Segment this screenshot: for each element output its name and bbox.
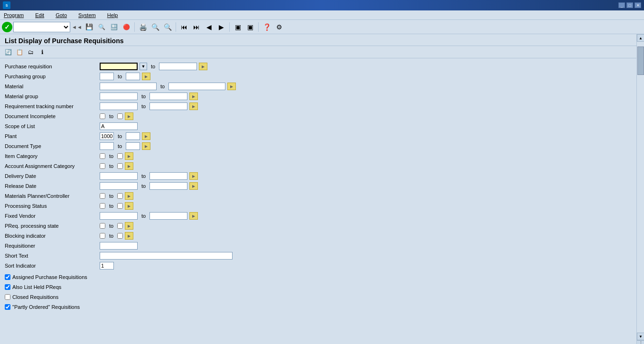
item-category-from-check[interactable] (100, 153, 105, 159)
close-button[interactable]: ✕ (635, 2, 641, 8)
scroll-up-button[interactable]: ▲ (637, 34, 644, 42)
preq-processing-from-check[interactable] (100, 223, 105, 229)
window2-button[interactable]: ▣ (244, 21, 256, 33)
menu-help[interactable]: Help (105, 11, 120, 19)
layout-button[interactable]: 📋 (14, 47, 25, 57)
execute-button[interactable]: ✓ (2, 22, 12, 32)
purchasing-group-to[interactable] (126, 73, 140, 80)
preq-processing-lookup[interactable] (125, 222, 133, 230)
menu-program[interactable]: Program (2, 11, 26, 19)
purchasing-group-from[interactable] (100, 73, 114, 80)
purchase-requisition-to[interactable] (159, 63, 197, 70)
maximize-button[interactable]: □ (626, 2, 633, 8)
also-list-checkbox[interactable] (5, 284, 10, 290)
content-wrapper: List Display of Purchase Requisitions 🔄 … (0, 34, 644, 344)
checkbox-closed-row: Closed Requisitions (5, 293, 632, 301)
find-button[interactable]: 🔍 (96, 21, 107, 33)
material-lookup[interactable] (227, 83, 236, 90)
materials-planner-from-check[interactable] (100, 193, 105, 199)
delivery-date-from[interactable] (100, 172, 138, 180)
purchase-requisition-dropdown[interactable]: ▼ (140, 63, 147, 70)
back-button[interactable]: 🔙 (108, 21, 120, 33)
document-type-lookup[interactable] (142, 142, 150, 150)
release-date-from[interactable] (100, 182, 138, 190)
plant-lookup[interactable] (142, 132, 150, 140)
material-group-from[interactable] (100, 93, 138, 100)
material-group-lookup[interactable] (189, 93, 198, 100)
nav4-button[interactable]: ▶ (215, 21, 227, 33)
material-from[interactable] (100, 83, 157, 90)
short-text-input[interactable] (100, 252, 233, 260)
purchase-requisition-from[interactable] (100, 63, 138, 70)
document-incomplete-to-check[interactable] (117, 113, 123, 119)
document-type-to[interactable] (126, 142, 140, 150)
purchase-requisition-lookup[interactable] (199, 63, 207, 70)
closed-requisitions-checkbox[interactable] (5, 294, 10, 300)
account-assignment-lookup[interactable] (125, 162, 133, 170)
partly-ordered-checkbox[interactable] (5, 304, 10, 310)
delivery-date-to[interactable] (149, 172, 187, 180)
forward-button[interactable]: 🔴 (121, 21, 132, 33)
material-group-to[interactable] (149, 93, 187, 100)
requirement-tracking-from[interactable] (100, 102, 138, 110)
purchasing-group-lookup[interactable] (142, 73, 150, 80)
scroll-resize-handle[interactable]: ⋮ (637, 340, 644, 344)
blocking-indicator-lookup[interactable] (125, 232, 133, 240)
save-button[interactable]: 💾 (84, 21, 95, 33)
plant-fields: to (100, 132, 632, 140)
document-incomplete-lookup[interactable] (125, 112, 133, 120)
blocking-indicator-from-check[interactable] (100, 233, 105, 239)
print-button[interactable]: 🖨️ (137, 21, 149, 33)
find3-button[interactable]: 🔍 (162, 21, 173, 33)
minimize-button[interactable]: _ (618, 2, 625, 8)
item-category-lookup[interactable] (125, 152, 133, 160)
document-incomplete-from-check[interactable] (100, 113, 105, 119)
assigned-purchase-checkbox[interactable] (5, 274, 10, 280)
find2-button[interactable]: 🔍 (149, 21, 161, 33)
item-category-to-check[interactable] (117, 153, 123, 159)
menu-system[interactable]: System (76, 11, 98, 19)
column-button[interactable]: 🗂 (26, 47, 36, 57)
requisitioner-input[interactable] (100, 242, 138, 250)
plant-to[interactable] (126, 132, 140, 140)
help-button[interactable]: ❓ (261, 21, 272, 33)
info-button[interactable]: ℹ (37, 47, 47, 57)
nav3-button[interactable]: ◀ (203, 21, 215, 33)
material-to[interactable] (168, 83, 225, 90)
fixed-vendor-from[interactable] (100, 212, 138, 220)
sort-indicator-input[interactable] (100, 262, 114, 270)
nav1-button[interactable]: ⏮ (178, 21, 190, 33)
menu-goto[interactable]: Goto (54, 11, 69, 19)
delivery-date-lookup[interactable] (189, 172, 198, 180)
fixed-vendor-label: Fixed Vendor (5, 213, 100, 219)
account-assignment-from-check[interactable] (100, 163, 105, 169)
preq-processing-to-check[interactable] (117, 223, 123, 229)
release-date-label: Release Date (5, 183, 100, 189)
materials-planner-lookup[interactable] (125, 192, 133, 200)
plant-from[interactable] (100, 132, 114, 140)
account-assignment-to-check[interactable] (117, 163, 123, 169)
refresh-button[interactable]: 🔄 (3, 47, 13, 57)
fixed-vendor-lookup[interactable] (189, 212, 198, 220)
settings-button[interactable]: ⚙ (273, 21, 285, 33)
menu-edit[interactable]: Edit (33, 11, 46, 19)
release-date-lookup[interactable] (189, 182, 198, 190)
processing-status-from-check[interactable] (100, 203, 105, 209)
nav-back-button[interactable]: ◄◄ (71, 21, 83, 33)
nav2-button[interactable]: ⏭ (191, 21, 202, 33)
release-date-to[interactable] (149, 182, 187, 190)
requirement-tracking-lookup[interactable] (189, 102, 198, 110)
scroll-down-button[interactable]: ▼ (637, 333, 644, 340)
blocking-indicator-to-check[interactable] (117, 233, 123, 239)
fixed-vendor-to[interactable] (149, 212, 187, 220)
processing-status-lookup[interactable] (125, 202, 133, 210)
fixed-vendor-fields: to (100, 212, 632, 220)
window1-button[interactable]: ▣ (232, 21, 243, 33)
command-field[interactable] (13, 22, 70, 32)
requirement-tracking-to[interactable] (149, 102, 187, 110)
document-type-from[interactable] (100, 142, 114, 150)
scope-of-list-input[interactable] (100, 122, 138, 130)
materials-planner-to-check[interactable] (117, 193, 123, 199)
processing-status-to-check[interactable] (117, 203, 123, 209)
scroll-thumb[interactable] (637, 46, 644, 75)
